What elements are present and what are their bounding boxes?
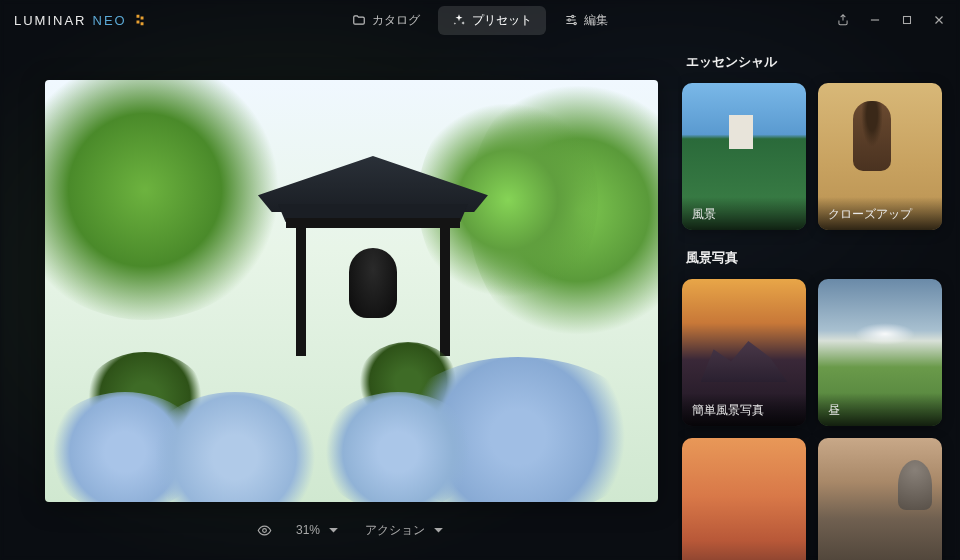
- tab-label: プリセット: [472, 12, 532, 29]
- viewer-panel: 31% アクション: [0, 40, 678, 560]
- nav-tabs: カタログ プリセット 編集: [338, 6, 622, 35]
- tab-edit[interactable]: 編集: [550, 6, 622, 35]
- share-icon: [836, 13, 850, 27]
- preset-card[interactable]: 簡単風景写真: [682, 279, 806, 426]
- sliders-icon: [564, 13, 578, 27]
- preset-grid: 風景クローズアップ: [682, 83, 942, 230]
- close-icon: [932, 13, 946, 27]
- tab-label: カタログ: [372, 12, 420, 29]
- svg-point-0: [572, 15, 574, 17]
- zoom-control[interactable]: 31%: [296, 523, 341, 538]
- viewer-toolbar: 31% アクション: [45, 510, 658, 550]
- share-button[interactable]: [836, 13, 850, 27]
- section-title: エッセンシャル: [686, 54, 942, 71]
- preset-card[interactable]: クローズアップ: [818, 83, 942, 230]
- preset-thumbnail: [682, 438, 806, 560]
- chevron-down-icon: [431, 523, 446, 538]
- svg-point-1: [568, 19, 570, 21]
- tab-label: 編集: [584, 12, 608, 29]
- topbar: LUMINAR NEO カタログ プリセット 編集: [0, 0, 960, 40]
- preset-label: 簡単風景写真: [682, 393, 806, 426]
- maximize-icon: [900, 13, 914, 27]
- actions-label: アクション: [365, 522, 425, 539]
- preset-card[interactable]: [682, 438, 806, 560]
- app-name: LUMINAR: [14, 13, 87, 28]
- image-canvas[interactable]: [45, 80, 658, 502]
- preset-label: クローズアップ: [818, 197, 942, 230]
- actions-menu[interactable]: アクション: [365, 522, 446, 539]
- preset-grid: 簡単風景写真昼: [682, 279, 942, 560]
- tab-catalog[interactable]: カタログ: [338, 6, 434, 35]
- preset-label: 風景: [682, 197, 806, 230]
- window-controls: [836, 13, 946, 27]
- tab-presets[interactable]: プリセット: [438, 6, 546, 35]
- minimize-icon: [868, 13, 882, 27]
- svg-point-2: [574, 22, 576, 24]
- app-suffix: NEO: [93, 13, 127, 28]
- preset-thumbnail: [818, 438, 942, 560]
- preset-label: 昼: [818, 393, 942, 426]
- folder-icon: [352, 13, 366, 27]
- preset-card[interactable]: [818, 438, 942, 560]
- presets-sidebar[interactable]: エッセンシャル風景クローズアップ風景写真簡単風景写真昼: [678, 40, 960, 560]
- svg-rect-3: [904, 17, 911, 24]
- preview-toggle[interactable]: [257, 523, 272, 538]
- close-button[interactable]: [932, 13, 946, 27]
- maximize-button[interactable]: [900, 13, 914, 27]
- preset-card[interactable]: 風景: [682, 83, 806, 230]
- section-title: 風景写真: [686, 250, 942, 267]
- logo-icon: [133, 13, 147, 27]
- svg-point-4: [263, 528, 267, 532]
- preset-card[interactable]: 昼: [818, 279, 942, 426]
- zoom-value: 31%: [296, 523, 320, 537]
- sparkle-icon: [452, 13, 466, 27]
- chevron-down-icon: [326, 523, 341, 538]
- eye-icon: [257, 523, 272, 538]
- minimize-button[interactable]: [868, 13, 882, 27]
- app-logo: LUMINAR NEO: [14, 13, 147, 28]
